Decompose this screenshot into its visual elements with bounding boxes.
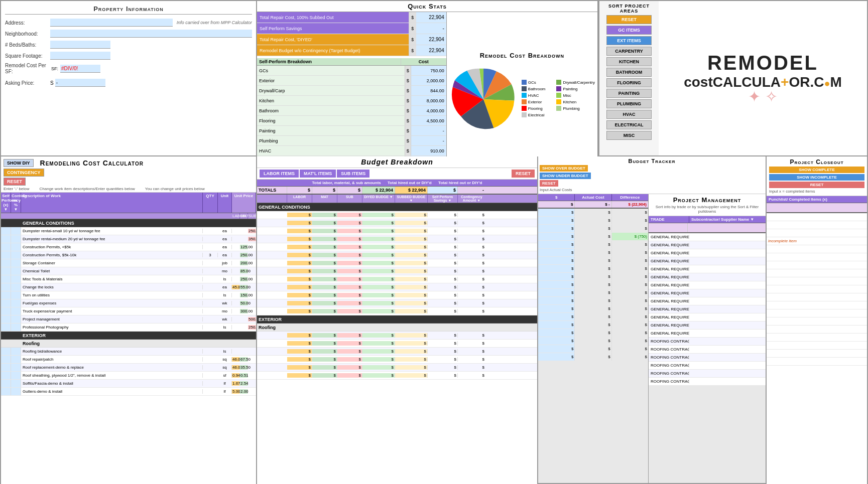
contingency-cell[interactable]	[11, 291, 21, 299]
contingency-cell[interactable]	[11, 259, 21, 267]
bt-actual-cell[interactable]: $	[575, 209, 611, 216]
self-perform-cell[interactable]	[1, 275, 11, 283]
show-incomplete-button[interactable]: SHOW INCOMPLETE	[769, 174, 864, 181]
mat-cell[interactable]: 2.54	[240, 381, 248, 386]
bt-actual-cell[interactable]: $	[575, 241, 611, 248]
self-perform-cell[interactable]	[1, 380, 11, 387]
contingency-cell[interactable]	[11, 388, 21, 395]
mat-cell[interactable]: 67.50	[240, 357, 248, 362]
misc-button[interactable]: MISC	[606, 131, 652, 140]
hvac-button[interactable]: HVAC	[606, 110, 652, 119]
show-under-budget-button[interactable]: SHOW UNDER BUDGET	[540, 173, 591, 179]
contingency-cell[interactable]	[11, 307, 21, 315]
sub-cell[interactable]: 500.00	[248, 317, 256, 321]
remodel-cost-input[interactable]	[60, 65, 100, 73]
bathroom-button[interactable]: BATHROOM	[606, 68, 652, 77]
labor-cell[interactable]: 46.00	[232, 357, 240, 362]
bt-actual-cell[interactable]: $	[575, 225, 611, 232]
electrical-button[interactable]: ELECTRICAL	[606, 120, 652, 129]
qty-cell[interactable]: 3	[203, 253, 218, 257]
show-over-budget-button[interactable]: SHOW OVER BUDGET	[540, 165, 588, 172]
bt-actual-cell[interactable]: $	[575, 337, 611, 345]
sq-footage-input[interactable]	[50, 52, 110, 60]
contingency-cell[interactable]	[11, 243, 21, 251]
contingency-cell[interactable]	[11, 380, 21, 387]
labor-cell[interactable]: 45.00	[232, 285, 240, 289]
rcc-reset-button[interactable]: RESET	[4, 178, 26, 186]
labor-cell[interactable]: 46.00	[232, 365, 240, 370]
self-perform-cell[interactable]	[1, 299, 11, 307]
self-perform-cell[interactable]	[1, 372, 11, 379]
bt-actual-cell[interactable]: $	[575, 329, 611, 337]
mat-cell[interactable]: 2.00	[240, 389, 248, 394]
contingency-cell[interactable]	[11, 283, 21, 291]
bt-actual-cell[interactable]: $	[575, 289, 611, 296]
self-perform-cell[interactable]	[1, 307, 11, 315]
bt-reset-button[interactable]: RESET	[540, 180, 558, 187]
contingency-cell[interactable]	[11, 348, 21, 355]
mat-cell[interactable]: 35.50	[240, 365, 248, 370]
contingency-cell[interactable]	[11, 299, 21, 307]
bt-actual-cell[interactable]: $	[575, 217, 611, 224]
carpentry-button[interactable]: CARPENTRY	[606, 47, 652, 56]
mat-cell[interactable]: 125.00	[240, 245, 248, 249]
self-perform-cell[interactable]	[1, 243, 11, 251]
pc-reset-button[interactable]: RESET	[769, 182, 864, 188]
flooring-button[interactable]: FLOORING	[606, 78, 652, 87]
self-perform-cell[interactable]	[1, 283, 11, 291]
matl-items-tab[interactable]: MAT'L ITEMS	[300, 170, 336, 178]
self-perform-cell[interactable]	[1, 267, 11, 275]
mat-cell[interactable]: 50.00	[240, 301, 248, 305]
show-diy-button[interactable]: SHOW DIY	[4, 159, 34, 167]
labor-cell[interactable]: 5.00	[232, 389, 240, 394]
beds-baths-input[interactable]	[50, 41, 110, 49]
bt-actual-cell[interactable]: $	[575, 249, 611, 256]
sub-cell[interactable]: 250.00	[248, 229, 256, 233]
self-perform-cell[interactable]	[1, 259, 11, 267]
contingency-cell[interactable]	[11, 227, 21, 235]
contingency-cell[interactable]	[11, 356, 21, 363]
contingency-cell[interactable]	[11, 364, 21, 371]
bt-actual-cell[interactable]: $	[575, 257, 611, 264]
neighborhood-input[interactable]	[50, 30, 252, 38]
bt-actual-cell[interactable]: $	[575, 297, 611, 304]
contingency-cell[interactable]	[11, 324, 21, 331]
bt-actual-cell[interactable]: $	[575, 265, 611, 272]
mat-cell[interactable]: 250.00	[240, 253, 248, 257]
contingency-cell[interactable]	[11, 235, 21, 243]
contingency-cell[interactable]	[11, 251, 21, 259]
contingency-cell[interactable]	[11, 315, 21, 323]
bt-actual-cell[interactable]: $	[575, 281, 611, 288]
mat-cell[interactable]: 0.51	[240, 373, 248, 378]
bt-actual-cell[interactable]: $	[575, 353, 611, 361]
mat-cell[interactable]: 55.00	[240, 285, 248, 289]
self-perform-cell[interactable]	[1, 348, 11, 355]
pc-item-cell[interactable]: Incomplete Item	[767, 239, 867, 243]
labor-cell[interactable]: 1.67	[232, 381, 240, 386]
bt-actual-cell[interactable]: $	[575, 321, 611, 329]
self-perform-cell[interactable]	[1, 251, 11, 259]
self-perform-cell[interactable]	[1, 291, 11, 299]
asking-price-input[interactable]	[55, 79, 105, 87]
contingency-cell[interactable]	[11, 372, 21, 379]
self-perform-cell[interactable]	[1, 364, 11, 371]
self-perform-cell[interactable]	[1, 315, 11, 323]
mat-cell[interactable]: 150.00	[240, 293, 248, 297]
mat-cell[interactable]: 300.00	[240, 309, 248, 313]
self-perform-cell[interactable]	[1, 324, 11, 331]
kitchen-button[interactable]: KITCHEN	[606, 57, 652, 66]
mat-cell[interactable]: 250.00	[240, 277, 248, 281]
bt-actual-cell[interactable]: $	[575, 273, 611, 280]
bt-actual-cell[interactable]: $	[575, 345, 611, 353]
self-perform-cell[interactable]	[1, 356, 11, 363]
address-input[interactable]	[50, 19, 173, 27]
labor-cell[interactable]: 0.94	[232, 373, 240, 378]
mat-cell[interactable]: 200.00	[240, 261, 248, 265]
bb-reset-tab[interactable]: RESET	[512, 170, 535, 178]
sub-items-tab[interactable]: SUB ITEMS	[337, 170, 369, 178]
mat-cell[interactable]: 85.00	[240, 269, 248, 273]
sub-cell[interactable]: 350.00	[248, 237, 256, 241]
self-perform-cell[interactable]	[1, 388, 11, 395]
bt-actual-cell[interactable]: $	[575, 313, 611, 320]
reset-sort-button[interactable]: RESET	[606, 15, 652, 24]
